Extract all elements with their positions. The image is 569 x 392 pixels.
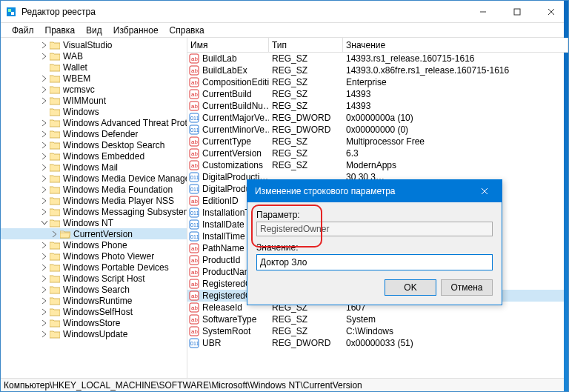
svg-text:ab: ab: [191, 162, 198, 169]
value-row[interactable]: abSoftwareTypeREG_SZSystem: [187, 313, 568, 325]
value-name: EditionID: [202, 196, 239, 206]
tree-node[interactable]: Windows Portable Devices: [1, 262, 187, 273]
value-type: REG_DWORD: [269, 124, 343, 135]
expand-icon[interactable]: [41, 275, 48, 282]
tree-node[interactable]: Windows Photo Viewer: [1, 250, 187, 262]
expand-icon[interactable]: [41, 97, 48, 104]
tree-node[interactable]: Windows Media Device Manage: [1, 173, 187, 184]
expand-icon[interactable]: [41, 208, 48, 216]
value-row[interactable]: abBuildLabREG_SZ14393.rs1_release.160715…: [187, 53, 568, 64]
expand-icon[interactable]: [41, 41, 48, 49]
svg-rect-1: [8, 9, 11, 12]
tree-node[interactable]: Windows Media Player NSS: [1, 195, 187, 206]
ok-button[interactable]: OK: [385, 279, 436, 296]
maximize-button[interactable]: [500, 1, 534, 22]
value-row[interactable]: 011UBRREG_DWORD0x00000033 (51): [187, 337, 568, 349]
cancel-button[interactable]: Отмена: [441, 279, 493, 296]
tree-label: WindowsSelfHost: [63, 307, 133, 317]
tree-node[interactable]: Windows: [1, 106, 187, 117]
value-row[interactable]: abSystemRootREG_SZC:\Windows: [187, 325, 568, 337]
expand-icon[interactable]: [41, 297, 48, 305]
tree-node[interactable]: Windows Media Foundation: [1, 184, 187, 195]
col-value[interactable]: Значение: [343, 38, 568, 52]
tree-panel[interactable]: VisualStudioWABWalletWBEMwcmsvcWIMMountW…: [1, 38, 187, 378]
value-row[interactable]: abBuildLabExREG_SZ14393.0.x86fre.rs1_rel…: [187, 64, 568, 76]
expand-icon[interactable]: [41, 242, 48, 249]
expand-icon[interactable]: [41, 286, 48, 293]
menu-правка[interactable]: Правка: [40, 24, 81, 36]
value-name: BuildLabEx: [202, 65, 247, 76]
value-row[interactable]: abCurrentBuildNu…REG_SZ14393: [187, 100, 568, 112]
minimize-button[interactable]: [466, 1, 500, 22]
tree-node[interactable]: Windows Messaging Subsystem: [1, 206, 187, 217]
expand-icon[interactable]: [41, 164, 48, 171]
expand-icon[interactable]: [41, 53, 48, 60]
expand-icon[interactable]: [41, 86, 48, 93]
tree-node[interactable]: Windows Advanced Threat Prote: [1, 117, 187, 128]
tree-label: VisualStudio: [63, 40, 113, 50]
value-row[interactable]: abCustomizationsREG_SZModernApps: [187, 159, 568, 171]
tree-node[interactable]: wcmsvc: [1, 84, 187, 95]
tree-node[interactable]: Windows NT: [1, 217, 187, 228]
expand-icon[interactable]: [41, 330, 48, 338]
tree-node[interactable]: Windows Desktop Search: [1, 139, 187, 150]
tree-node[interactable]: Windows Defender: [1, 128, 187, 139]
value-row[interactable]: abCurrentVersionREG_SZ6.3: [187, 147, 568, 159]
expand-icon[interactable]: [41, 75, 48, 82]
tree-node[interactable]: WBEM: [1, 73, 187, 84]
svg-text:ab: ab: [191, 281, 198, 288]
folder-icon: [50, 296, 60, 306]
expand-icon[interactable]: [41, 175, 48, 182]
expand-icon[interactable]: [41, 142, 48, 149]
expand-icon[interactable]: [41, 186, 48, 193]
folder-icon: [50, 162, 60, 173]
col-type[interactable]: Тип: [269, 38, 343, 52]
tree-node[interactable]: VisualStudio: [1, 39, 187, 50]
expand-icon[interactable]: [51, 230, 59, 238]
folder-icon: [50, 129, 60, 139]
col-name[interactable]: Имя: [187, 38, 269, 52]
tree-node[interactable]: Windows Script Host: [1, 273, 187, 284]
expand-icon[interactable]: [41, 308, 48, 316]
value-type: REG_SZ: [269, 148, 343, 159]
tree-node[interactable]: Windows Mail: [1, 162, 187, 173]
tree-node[interactable]: WindowsUpdate: [1, 328, 187, 339]
expand-icon[interactable]: [41, 108, 48, 116]
tree-node[interactable]: WindowsStore: [1, 317, 187, 328]
expand-icon[interactable]: [41, 319, 48, 327]
value-row[interactable]: abCompositionEditi…REG_SZEnterprise: [187, 76, 568, 88]
tree-node[interactable]: Windows Phone: [1, 239, 187, 250]
string-icon: ab: [189, 302, 199, 313]
dialog-close-button[interactable]: [467, 180, 502, 202]
expand-icon[interactable]: [41, 197, 48, 205]
string-icon: ab: [189, 77, 199, 87]
tree-node[interactable]: WindowsRuntime: [1, 295, 187, 306]
value-row[interactable]: abCurrentBuildREG_SZ14393: [187, 88, 568, 100]
tree-node[interactable]: Windows Search: [1, 284, 187, 295]
value-row[interactable]: 011CurrentMajorVe…REG_DWORD0x0000000a (1…: [187, 112, 568, 124]
expand-icon[interactable]: [41, 219, 48, 227]
tree-node[interactable]: WindowsSelfHost: [1, 306, 187, 317]
expand-icon[interactable]: [41, 264, 48, 271]
expand-icon[interactable]: [41, 119, 48, 127]
tree-node[interactable]: CurrentVersion: [1, 228, 187, 239]
svg-text:ab: ab: [191, 67, 198, 74]
menu-вид[interactable]: Вид: [81, 24, 107, 36]
menu-файл[interactable]: Файл: [7, 24, 39, 36]
expand-icon[interactable]: [41, 64, 48, 71]
expand-icon[interactable]: [41, 253, 48, 260]
tree-node[interactable]: Windows Embedded: [1, 150, 187, 162]
tree-node[interactable]: WAB: [1, 50, 187, 62]
value-type: REG_SZ: [269, 326, 343, 336]
dialog-titlebar[interactable]: Изменение строкового параметра: [247, 180, 502, 202]
value-input[interactable]: [256, 254, 493, 270]
tree-node[interactable]: Wallet: [1, 62, 187, 73]
value-row[interactable]: abCurrentTypeREG_SZMultiprocessor Free: [187, 136, 568, 147]
menu-справка[interactable]: Справка: [164, 24, 210, 36]
menu-избранное[interactable]: Избранное: [108, 24, 164, 36]
value-name: ProductId: [202, 255, 240, 265]
tree-node[interactable]: WIMMount: [1, 95, 187, 106]
expand-icon[interactable]: [41, 153, 48, 160]
value-row[interactable]: 011CurrentMinorVe…REG_DWORD0x00000000 (0…: [187, 124, 568, 136]
expand-icon[interactable]: [41, 130, 48, 138]
